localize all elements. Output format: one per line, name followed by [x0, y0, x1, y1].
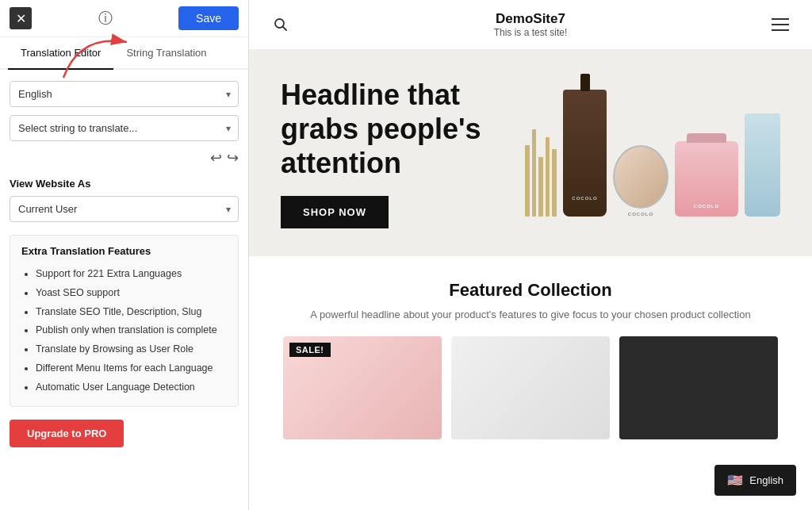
hero-text: Headline that grabs people's attention S…	[281, 78, 519, 229]
tab-string-translation[interactable]: String Translation	[113, 37, 219, 70]
stick	[525, 145, 530, 217]
view-as-section: View Website As Current User Administrat…	[10, 178, 239, 222]
site-header: DemoSite7 This is a test site!	[249, 0, 812, 50]
list-item: Yoast SEO support	[36, 284, 227, 303]
string-select-wrapper: Select string to translate...	[10, 115, 239, 141]
view-as-dropdown-wrapper: Current User Administrator Editor Subscr…	[10, 196, 239, 222]
product-card: SALE!	[283, 336, 442, 439]
upgrade-button[interactable]: Upgrade to PRO	[10, 420, 124, 447]
site-header-center: DemoSite7 This is a test site!	[293, 11, 768, 38]
featured-title: Featured Collection	[265, 280, 796, 301]
tabs: Translation Editor String Translation	[0, 37, 248, 70]
language-button[interactable]: 🇺🇸 English	[714, 465, 796, 496]
product-card	[451, 336, 610, 439]
left-panel: ✕ ⓘ Save Translation Editor String Trans…	[0, 0, 249, 510]
stick	[546, 137, 550, 217]
flag-icon: 🇺🇸	[727, 473, 743, 488]
list-item: Automatic User Language Detection	[36, 378, 227, 397]
stick	[532, 129, 537, 217]
list-item: Support for 221 Extra Languages	[36, 265, 227, 284]
list-item: Publish only when translation is complet…	[36, 321, 227, 340]
svg-rect-3	[772, 18, 789, 20]
panel-header: ✕ ⓘ Save	[0, 0, 248, 37]
featured-subtitle: A powerful headline about your product's…	[265, 309, 796, 320]
site-title: DemoSite7	[293, 11, 768, 27]
stick	[538, 157, 543, 217]
shop-now-button[interactable]: SHOP NOW	[281, 196, 389, 228]
sale-badge: SALE!	[289, 343, 331, 357]
features-section: Extra Translation Features Support for 2…	[10, 235, 239, 407]
save-button[interactable]: Save	[178, 6, 239, 30]
product-card	[619, 336, 778, 439]
language-dropdown-wrapper: English French German Spanish Italian	[10, 81, 239, 107]
list-item: Translate by Browsing as User Role	[36, 340, 227, 359]
features-list: Support for 221 Extra Languages Yoast SE…	[21, 265, 227, 397]
features-title: Extra Translation Features	[21, 245, 227, 257]
list-item: Translate SEO Title, Description, Slug	[36, 303, 227, 322]
close-button[interactable]: ✕	[10, 7, 32, 29]
svg-line-2	[283, 27, 287, 31]
undo-redo-group: ↩ ↪	[10, 149, 239, 167]
undo-button[interactable]: ↩	[210, 149, 222, 167]
products-grid: SALE!	[265, 336, 796, 439]
tab-translation-editor[interactable]: Translation Editor	[8, 37, 113, 70]
product-pink-jar: COCOLO	[675, 141, 738, 217]
hero-section: Headline that grabs people's attention S…	[249, 50, 812, 256]
panel-body: English French German Spanish Italian Se…	[0, 70, 248, 510]
hero-headline: Headline that grabs people's attention	[281, 78, 519, 181]
site-subtitle: This is a test site!	[293, 27, 768, 38]
list-item: Different Menu Items for each Language	[36, 359, 227, 378]
view-as-label: View Website As	[10, 178, 239, 190]
product-sticks	[525, 129, 557, 217]
hero-products: COCOLO COCOLO COCOLO	[519, 90, 780, 217]
redo-button[interactable]: ↪	[227, 149, 239, 167]
view-as-select[interactable]: Current User Administrator Editor Subscr…	[10, 196, 239, 222]
stick	[552, 149, 557, 217]
search-icon[interactable]	[268, 17, 293, 32]
product-pump-bottle: COCOLO	[563, 90, 607, 217]
language-select[interactable]: English French German Spanish Italian	[10, 81, 239, 107]
svg-rect-4	[772, 24, 789, 25]
product-blue-bottle	[745, 113, 780, 217]
right-panel: DemoSite7 This is a test site! Headline …	[249, 0, 812, 510]
product-round-jar	[613, 145, 668, 209]
featured-section: Featured Collection A powerful headline …	[249, 256, 812, 455]
info-button[interactable]: ⓘ	[94, 7, 117, 29]
string-select[interactable]: Select string to translate...	[10, 115, 239, 141]
svg-rect-5	[772, 29, 789, 31]
language-label: English	[749, 474, 783, 486]
hamburger-menu-icon[interactable]	[768, 18, 793, 31]
